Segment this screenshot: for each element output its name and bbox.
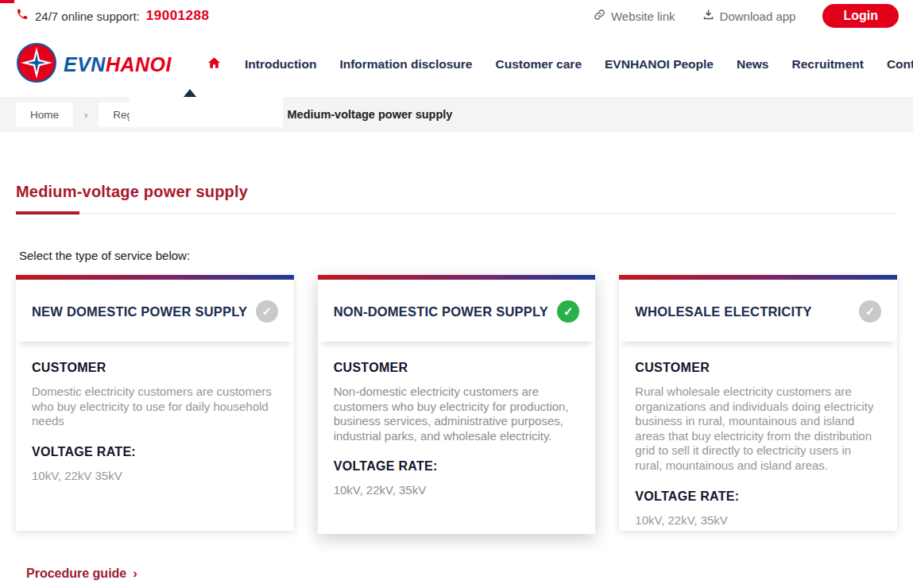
nav-item-recruitment[interactable]: Recruitment — [791, 57, 863, 72]
service-card-list: NEW DOMESTIC POWER SUPPLY ✓ CUSTOMER Dom… — [16, 275, 897, 534]
nav-item-evnhanoi-people[interactable]: EVNHANOI People — [605, 57, 714, 72]
voltage-rate-value: 10kV, 22kV, 35kV — [635, 513, 880, 528]
card-title: NON-DOMESTIC POWER SUPPLY — [334, 304, 548, 319]
nav-item-contact[interactable]: Contact — [887, 57, 913, 72]
check-circle-icon[interactable]: ✓ — [859, 300, 881, 323]
voltage-rate-heading: VOLTAGE RATE: — [32, 445, 277, 459]
card-header: NEW DOMESTIC POWER SUPPLY ✓ — [16, 280, 294, 342]
breadcrumb-separator-icon: › — [84, 109, 87, 121]
nav-dropdown-caret-icon — [184, 89, 196, 97]
select-service-hint: Select the type of service below: — [19, 249, 894, 262]
website-link-label: Website link — [611, 10, 675, 23]
logo-hanoi-text: HANOI — [106, 53, 172, 75]
card-header: WHOLESALE ELECTRICITY ✓ — [619, 280, 897, 342]
voltage-rate-value: 10kV, 22kV 35kV — [32, 469, 277, 484]
voltage-rate-heading: VOLTAGE RATE: — [334, 459, 578, 474]
scroll-progress-bar — [0, 0, 14, 3]
main-header: EVNHANOI Introduction Information disclo… — [0, 32, 913, 97]
main-nav: Introduction Information disclosure Cust… — [207, 56, 913, 73]
download-app-link[interactable]: Download app — [702, 9, 796, 23]
card-body: CUSTOMER Non-domestic electricity custom… — [318, 342, 596, 498]
check-circle-icon[interactable]: ✓ — [256, 300, 278, 323]
card-body: CUSTOMER Domestic electricity customers … — [16, 342, 294, 483]
download-icon — [702, 9, 714, 23]
login-button[interactable]: Login — [822, 4, 899, 28]
customer-heading: CUSTOMER — [334, 361, 578, 375]
nav-item-news[interactable]: News — [737, 57, 769, 72]
card-title: NEW DOMESTIC POWER SUPPLY — [32, 304, 247, 319]
evnhanoi-logo[interactable]: EVNHANOI — [16, 42, 172, 87]
customer-description: Rural wholesale electricity customers ar… — [635, 385, 880, 474]
nav-item-introduction[interactable]: Introduction — [245, 57, 316, 72]
chevron-right-icon: › — [133, 566, 137, 582]
customer-heading: CUSTOMER — [635, 361, 880, 375]
service-card-non-domestic[interactable]: NON-DOMESTIC POWER SUPPLY ✓ CUSTOMER Non… — [318, 275, 596, 534]
support-label: 24/7 online support: — [35, 10, 140, 23]
service-card-wholesale[interactable]: WHOLESALE ELECTRICITY ✓ CUSTOMER Rural w… — [619, 275, 897, 531]
card-title: WHOLESALE ELECTRICITY — [635, 304, 811, 319]
procedure-guide-label: Procedure guide — [26, 567, 126, 581]
breadcrumb-item-current: Medium-voltage power supply — [288, 108, 453, 121]
customer-description: Non-domestic electricity customers are c… — [334, 385, 578, 443]
procedure-guide-link[interactable]: Procedure guide › — [26, 566, 137, 582]
customer-description: Domestic electricity customers are custo… — [32, 385, 277, 429]
phone-icon — [16, 8, 29, 24]
support-phone-number[interactable]: 19001288 — [146, 8, 210, 24]
support-info: 24/7 online support: 19001288 — [16, 8, 209, 24]
nav-item-information-disclosure[interactable]: Information disclosure — [339, 57, 472, 72]
nav-item-customer-care[interactable]: Customer care — [495, 57, 582, 72]
topbar-actions: Website link Download app Login — [594, 4, 899, 28]
logo-wordmark: EVNHANOI — [64, 53, 172, 76]
link-icon — [594, 9, 605, 23]
card-body: CUSTOMER Rural wholesale electricity cus… — [619, 342, 897, 528]
card-header: NON-DOMESTIC POWER SUPPLY ✓ — [318, 280, 596, 342]
breadcrumb-item-home[interactable]: Home — [16, 103, 73, 127]
customer-heading: CUSTOMER — [32, 361, 277, 375]
download-app-label: Download app — [720, 10, 796, 23]
check-circle-icon-selected[interactable]: ✓ — [557, 300, 579, 323]
logo-evn-text: EVN — [64, 53, 106, 75]
page-title-section: Medium-voltage power supply — [16, 183, 897, 214]
voltage-rate-value: 10kV, 22kV, 35kV — [334, 483, 578, 498]
voltage-rate-heading: VOLTAGE RATE: — [635, 489, 880, 504]
evn-star-logo-icon — [16, 42, 57, 87]
home-icon — [207, 56, 222, 73]
page-title: Medium-voltage power supply — [16, 183, 897, 201]
top-utility-bar: 24/7 online support: 19001288 Website li… — [0, 0, 913, 32]
title-accent-bar — [16, 211, 79, 215]
website-link[interactable]: Website link — [594, 9, 675, 23]
service-card-new-domestic[interactable]: NEW DOMESTIC POWER SUPPLY ✓ CUSTOMER Dom… — [16, 275, 294, 531]
nav-home-item[interactable] — [207, 56, 222, 73]
nav-dropdown-panel — [130, 97, 283, 127]
